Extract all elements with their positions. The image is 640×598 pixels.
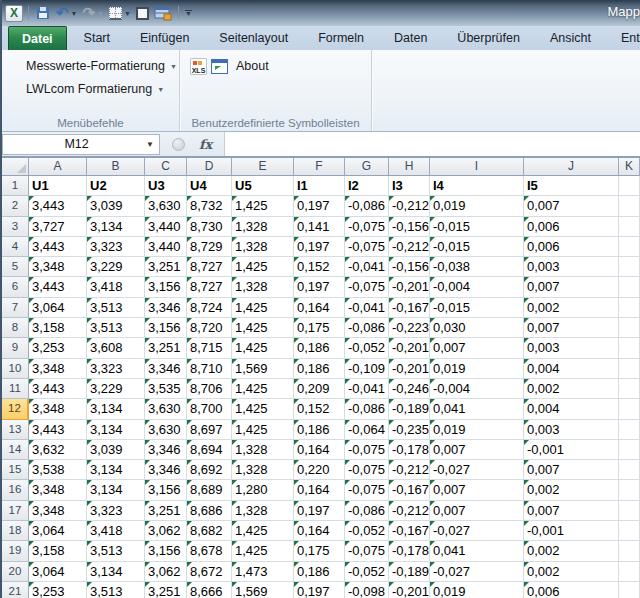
cell-A8[interactable]: 3,158 xyxy=(29,318,87,338)
row-header-5[interactable]: 5 xyxy=(2,257,29,277)
cell-G21[interactable]: -0,098 xyxy=(345,582,389,598)
col-header-E[interactable]: E xyxy=(232,158,294,176)
col-header-F[interactable]: F xyxy=(294,158,345,176)
cell-C14[interactable]: 3,346 xyxy=(145,440,187,460)
cell-C15[interactable]: 3,346 xyxy=(145,460,187,480)
cell-J21[interactable]: 0,006 xyxy=(524,582,619,598)
cell-K2[interactable] xyxy=(619,196,640,216)
cell-I4[interactable]: -0,015 xyxy=(430,237,524,257)
col-header-K[interactable]: K xyxy=(619,158,640,176)
col-header-D[interactable]: D xyxy=(187,158,232,176)
grid-box-button[interactable] xyxy=(135,3,150,23)
cell-G14[interactable]: -0,075 xyxy=(345,440,389,460)
cell-B9[interactable]: 3,608 xyxy=(87,338,145,358)
cell-H14[interactable]: -0,178 xyxy=(389,440,430,460)
chevron-down-icon[interactable]: ▼ xyxy=(124,10,131,17)
row-header-3[interactable]: 3 xyxy=(2,217,29,237)
row-header-19[interactable]: 19 xyxy=(2,541,29,561)
cell-C7[interactable]: 3,346 xyxy=(145,298,187,318)
row-header-7[interactable]: 7 xyxy=(2,298,29,318)
cell-J12[interactable]: 0,004 xyxy=(524,399,619,419)
cell-F11[interactable]: 0,209 xyxy=(294,379,345,399)
cell-K11[interactable] xyxy=(619,379,640,399)
cell-A21[interactable]: 3,253 xyxy=(29,582,87,598)
cell-E14[interactable]: 1,328 xyxy=(232,440,294,460)
about-button[interactable]: About xyxy=(236,59,269,73)
cell-G19[interactable]: -0,075 xyxy=(345,541,389,561)
cell-I5[interactable]: -0,038 xyxy=(430,257,524,277)
cell-B12[interactable]: 3,134 xyxy=(87,399,145,419)
cell-E12[interactable]: 1,425 xyxy=(232,399,294,419)
row-header-4[interactable]: 4 xyxy=(2,237,29,257)
row-header-10[interactable]: 10 xyxy=(2,359,29,379)
cell-K9[interactable] xyxy=(619,338,640,358)
cell-I2[interactable]: 0,019 xyxy=(430,196,524,216)
cell-D12[interactable]: 8,700 xyxy=(187,399,232,419)
cell-D2[interactable]: 8,732 xyxy=(187,196,232,216)
cell-D10[interactable]: 8,710 xyxy=(187,359,232,379)
tab-seitenlayout[interactable]: Seitenlayout xyxy=(206,26,301,50)
select-all-corner[interactable] xyxy=(2,158,29,176)
cell-E3[interactable]: 1,328 xyxy=(232,217,294,237)
cell-K13[interactable] xyxy=(619,420,640,440)
cell-B20[interactable]: 3,134 xyxy=(87,562,145,582)
cell-C2[interactable]: 3,630 xyxy=(145,196,187,216)
cell-G1[interactable]: I2 xyxy=(345,176,389,196)
cell-C9[interactable]: 3,251 xyxy=(145,338,187,358)
cell-A6[interactable]: 3,443 xyxy=(29,277,87,297)
cell-A17[interactable]: 3,348 xyxy=(29,501,87,521)
cell-D15[interactable]: 8,692 xyxy=(187,460,232,480)
cell-G4[interactable]: -0,075 xyxy=(345,237,389,257)
cell-E4[interactable]: 1,328 xyxy=(232,237,294,257)
cell-K21[interactable] xyxy=(619,582,640,598)
cell-B14[interactable]: 3,039 xyxy=(87,440,145,460)
cell-B17[interactable]: 3,323 xyxy=(87,501,145,521)
cell-H11[interactable]: -0,246 xyxy=(389,379,430,399)
cell-H3[interactable]: -0,156 xyxy=(389,217,430,237)
col-header-G[interactable]: G xyxy=(345,158,389,176)
cell-E1[interactable]: U5 xyxy=(232,176,294,196)
cell-C8[interactable]: 3,156 xyxy=(145,318,187,338)
cell-G13[interactable]: -0,064 xyxy=(345,420,389,440)
cell-A15[interactable]: 3,538 xyxy=(29,460,87,480)
cell-D13[interactable]: 8,697 xyxy=(187,420,232,440)
cell-B13[interactable]: 3,134 xyxy=(87,420,145,440)
cell-J5[interactable]: 0,003 xyxy=(524,257,619,277)
cell-E15[interactable]: 1,328 xyxy=(232,460,294,480)
cell-I9[interactable]: 0,007 xyxy=(430,338,524,358)
cell-K6[interactable] xyxy=(619,277,640,297)
cell-H19[interactable]: -0,178 xyxy=(389,541,430,561)
cell-F10[interactable]: 0,186 xyxy=(294,359,345,379)
cell-K16[interactable] xyxy=(619,480,640,500)
cell-C12[interactable]: 3,630 xyxy=(145,399,187,419)
cell-I10[interactable]: 0,019 xyxy=(430,359,524,379)
cell-F19[interactable]: 0,175 xyxy=(294,541,345,561)
cell-K15[interactable] xyxy=(619,460,640,480)
tab-formeln[interactable]: Formeln xyxy=(305,26,377,50)
cell-I6[interactable]: -0,004 xyxy=(430,277,524,297)
cell-G20[interactable]: -0,052 xyxy=(345,562,389,582)
cell-D14[interactable]: 8,694 xyxy=(187,440,232,460)
cell-J7[interactable]: 0,002 xyxy=(524,298,619,318)
cell-G16[interactable]: -0,075 xyxy=(345,480,389,500)
cell-C11[interactable]: 3,535 xyxy=(145,379,187,399)
save-button[interactable] xyxy=(34,3,52,23)
cell-E20[interactable]: 1,473 xyxy=(232,562,294,582)
row-header-8[interactable]: 8 xyxy=(2,318,29,338)
cell-D19[interactable]: 8,678 xyxy=(187,541,232,561)
row-header-21[interactable]: 21 xyxy=(2,582,29,598)
undo-button[interactable]: ↶▼ xyxy=(55,3,79,23)
cell-G3[interactable]: -0,075 xyxy=(345,217,389,237)
cell-D1[interactable]: U4 xyxy=(187,176,232,196)
cell-I7[interactable]: -0,015 xyxy=(430,298,524,318)
row-header-6[interactable]: 6 xyxy=(2,277,29,297)
cell-F8[interactable]: 0,175 xyxy=(294,318,345,338)
cell-J17[interactable]: 0,007 xyxy=(524,501,619,521)
cell-H1[interactable]: I3 xyxy=(389,176,430,196)
cell-E10[interactable]: 1,569 xyxy=(232,359,294,379)
cell-J18[interactable]: -0,001 xyxy=(524,521,619,541)
cell-K12[interactable] xyxy=(619,399,640,419)
cell-F6[interactable]: 0,197 xyxy=(294,277,345,297)
cell-E17[interactable]: 1,328 xyxy=(232,501,294,521)
col-header-B[interactable]: B xyxy=(87,158,145,176)
